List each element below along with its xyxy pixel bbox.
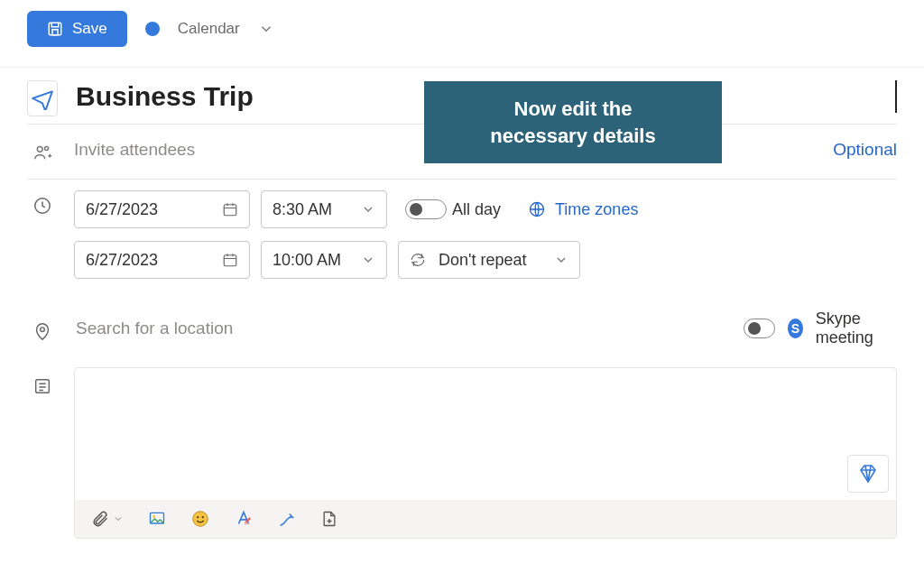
save-icon: [47, 21, 63, 37]
all-day-toggle[interactable]: [405, 199, 447, 219]
chevron-down-icon: [258, 21, 274, 37]
optional-attendees-link[interactable]: Optional: [833, 140, 897, 160]
svg-point-3: [45, 146, 49, 150]
emoji-icon: [190, 509, 210, 529]
skype-icon: S: [788, 319, 803, 338]
end-date-input[interactable]: 6/27/2023: [74, 241, 250, 279]
svg-point-2: [37, 146, 42, 152]
premium-diamond-button[interactable]: [847, 455, 889, 493]
svg-point-11: [152, 515, 155, 518]
attach-button[interactable]: [91, 510, 124, 528]
svg-rect-1: [52, 30, 58, 35]
svg-point-13: [197, 516, 199, 518]
description-icon: [32, 376, 52, 396]
diamond-icon: [857, 463, 879, 485]
chevron-down-icon: [554, 253, 568, 267]
location-icon: [32, 321, 52, 341]
svg-rect-5: [224, 205, 236, 216]
timezones-link[interactable]: Time zones: [528, 200, 638, 219]
skype-toggle[interactable]: [744, 319, 775, 338]
attendees-placeholder[interactable]: Invite attendees: [74, 140, 195, 160]
calendar-picker-label: Calendar: [178, 20, 240, 38]
ink-icon: [277, 509, 297, 529]
insert-page-button[interactable]: [320, 509, 338, 529]
skype-label: Skype meeting: [816, 309, 897, 347]
calendar-color-dot: [145, 22, 160, 36]
svg-rect-7: [224, 255, 236, 266]
start-date-input[interactable]: 6/27/2023: [74, 190, 250, 228]
start-time-input[interactable]: 8:30 AM: [261, 190, 387, 228]
recurrence-select[interactable]: Don't repeat: [398, 241, 580, 279]
location-row: S Skype meeting: [27, 290, 897, 356]
svg-point-8: [41, 328, 45, 332]
picture-icon: [147, 510, 167, 528]
font-clear-icon: [234, 509, 254, 529]
callout-line2: necessary details: [435, 123, 711, 150]
clock-icon: [32, 196, 52, 216]
chevron-down-icon: [113, 513, 124, 524]
globe-icon: [528, 200, 546, 218]
svg-point-14: [202, 516, 204, 518]
repeat-icon: [410, 252, 426, 268]
all-day-label: All day: [452, 200, 501, 219]
save-button[interactable]: Save: [27, 11, 127, 47]
emoji-button[interactable]: [190, 509, 210, 529]
clear-format-button[interactable]: [234, 509, 254, 529]
command-bar: Save Calendar: [0, 0, 924, 68]
description-row: [27, 356, 897, 550]
svg-rect-15: [245, 522, 248, 525]
callout-line1: Now edit the: [435, 96, 711, 123]
airplane-icon: [31, 87, 54, 110]
calendar-picker[interactable]: Calendar: [145, 20, 274, 38]
insert-page-icon: [320, 509, 338, 529]
editor-toolbar: [75, 500, 896, 538]
save-button-label: Save: [72, 20, 107, 38]
calendar-icon: [222, 201, 238, 217]
calendar-icon: [222, 252, 238, 268]
chevron-down-icon: [361, 253, 375, 267]
svg-point-12: [193, 512, 208, 527]
tutorial-callout: Now edit the necessary details: [424, 81, 722, 163]
location-input[interactable]: [74, 318, 727, 339]
people-add-icon: [32, 143, 52, 162]
end-time-input[interactable]: 10:00 AM: [261, 241, 387, 279]
ink-button[interactable]: [277, 509, 297, 529]
event-type-icon-button[interactable]: [27, 80, 58, 116]
insert-picture-button[interactable]: [147, 510, 167, 528]
chevron-down-icon: [361, 202, 375, 217]
datetime-row: 6/27/2023 8:30 AM All day: [27, 180, 897, 290]
description-editor[interactable]: [74, 367, 897, 539]
attachment-icon: [91, 510, 109, 528]
